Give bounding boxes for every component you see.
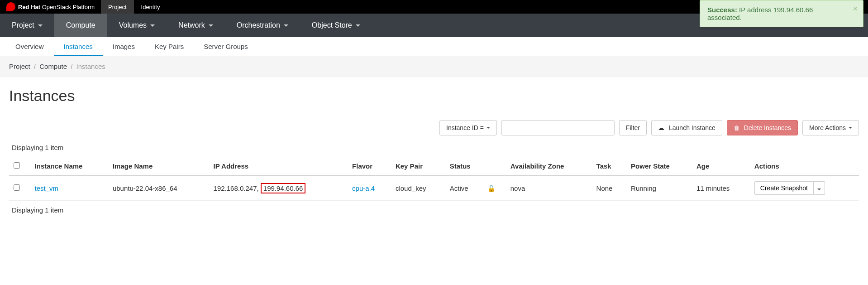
breadcrumb: Project / Compute / Instances bbox=[0, 56, 868, 77]
breadcrumb-sep-icon: / bbox=[34, 63, 36, 70]
cell-key-pair: cloud_key bbox=[391, 176, 445, 201]
col-key-pair: Key Pair bbox=[391, 157, 445, 176]
more-actions-button[interactable]: More Actions bbox=[802, 120, 859, 135]
breadcrumb-instances: Instances bbox=[76, 63, 105, 70]
cell-status: Active bbox=[445, 176, 483, 201]
table-row: test_vm ubuntu-22.04-x86_64 192.168.0.24… bbox=[9, 176, 859, 201]
subnav-instances[interactable]: Instances bbox=[54, 38, 103, 56]
col-power-state: Power State bbox=[626, 157, 692, 176]
cell-task: None bbox=[592, 176, 626, 201]
table-toolbar: Instance ID = Filter Launch Instance Del… bbox=[9, 120, 859, 135]
breadcrumb-sep-icon: / bbox=[71, 63, 72, 70]
displaying-count-bottom: Displaying 1 item bbox=[9, 206, 859, 214]
cell-age: 11 minutes bbox=[692, 176, 750, 201]
top-tab-project[interactable]: Project bbox=[101, 0, 134, 14]
unlock-icon: 🔓 bbox=[487, 185, 495, 192]
nav-orchestration[interactable]: Orchestration bbox=[225, 14, 300, 37]
col-ip-address: IP Address bbox=[209, 157, 348, 176]
col-actions: Actions bbox=[750, 157, 859, 176]
displaying-count-top: Displaying 1 item bbox=[9, 144, 859, 151]
nav-project-label: Project bbox=[12, 21, 34, 29]
success-toast: Success: IP address 199.94.60.66 associa… bbox=[700, 0, 863, 27]
page-title: Instances bbox=[9, 87, 859, 105]
nav-compute-label: Compute bbox=[66, 21, 95, 29]
top-tabs: Project Identity bbox=[101, 0, 167, 14]
close-icon[interactable]: × bbox=[853, 4, 858, 14]
launch-instance-label: Launch Instance bbox=[669, 124, 715, 131]
more-actions-label: More Actions bbox=[809, 124, 846, 131]
breadcrumb-compute[interactable]: Compute bbox=[39, 63, 67, 70]
chevron-down-icon bbox=[38, 24, 43, 27]
filter-field-select[interactable]: Instance ID = bbox=[439, 120, 497, 135]
nav-project[interactable]: Project bbox=[0, 14, 54, 37]
ip-internal: 192.168.0.247, bbox=[214, 184, 259, 192]
delete-instances-label: Delete Instances bbox=[744, 124, 791, 131]
delete-instances-button[interactable]: Delete Instances bbox=[727, 120, 798, 135]
cloud-up-icon bbox=[658, 124, 666, 131]
chevron-down-icon bbox=[209, 24, 213, 27]
cell-availability-zone: nova bbox=[506, 176, 592, 201]
subnav-server-groups[interactable]: Server Groups bbox=[194, 38, 258, 56]
nav-object-store[interactable]: Object Store bbox=[300, 14, 372, 37]
top-tab-identity[interactable]: Identity bbox=[134, 0, 167, 14]
instances-table: Instance Name Image Name IP Address Flav… bbox=[9, 157, 859, 201]
col-flavor: Flavor bbox=[348, 157, 391, 176]
nav-volumes-label: Volumes bbox=[119, 21, 147, 29]
brand: Red Hat OpenStack Platform bbox=[0, 0, 101, 14]
col-image-name: Image Name bbox=[108, 157, 209, 176]
brand-text: Red Hat OpenStack Platform bbox=[18, 4, 95, 10]
col-availability-zone: Availability Zone bbox=[506, 157, 592, 176]
flavor-link[interactable]: cpu-a.4 bbox=[352, 184, 375, 192]
col-instance-name: Instance Name bbox=[30, 157, 108, 176]
nav-orchestration-label: Orchestration bbox=[237, 21, 280, 29]
chevron-down-icon bbox=[849, 127, 852, 129]
col-status: Status bbox=[445, 157, 506, 176]
nav-compute[interactable]: Compute bbox=[54, 14, 107, 37]
launch-instance-button[interactable]: Launch Instance bbox=[651, 120, 722, 135]
chevron-down-icon bbox=[150, 24, 155, 27]
subnav-images[interactable]: Images bbox=[103, 38, 145, 56]
chevron-down-icon bbox=[817, 188, 821, 190]
cell-ip-address: 192.168.0.247, 199.94.60.66 bbox=[209, 176, 348, 201]
redhat-logo-icon bbox=[6, 2, 15, 11]
toast-prefix: Success: bbox=[707, 6, 737, 14]
row-checkbox[interactable] bbox=[14, 184, 20, 191]
chevron-down-icon bbox=[486, 127, 490, 129]
nav-object-store-label: Object Store bbox=[312, 21, 352, 29]
trash-icon bbox=[734, 124, 741, 131]
filter-field-label: Instance ID = bbox=[446, 124, 484, 131]
select-all-checkbox[interactable] bbox=[14, 162, 20, 169]
chevron-down-icon bbox=[356, 24, 360, 27]
nav-volumes[interactable]: Volumes bbox=[107, 14, 167, 37]
nav-network-label: Network bbox=[178, 21, 205, 29]
filter-button[interactable]: Filter bbox=[619, 120, 647, 135]
sub-nav: Overview Instances Images Key Pairs Serv… bbox=[0, 37, 868, 56]
subnav-key-pairs[interactable]: Key Pairs bbox=[145, 38, 194, 56]
row-actions-dropdown[interactable] bbox=[814, 181, 825, 195]
nav-network[interactable]: Network bbox=[167, 14, 225, 37]
subnav-overview[interactable]: Overview bbox=[5, 38, 54, 56]
instance-name-link[interactable]: test_vm bbox=[35, 184, 59, 192]
filter-input[interactable] bbox=[501, 120, 615, 135]
breadcrumb-project[interactable]: Project bbox=[9, 63, 30, 70]
cell-power-state: Running bbox=[626, 176, 692, 201]
create-snapshot-button[interactable]: Create Snapshot bbox=[754, 181, 814, 195]
ip-floating-highlighted: 199.94.60.66 bbox=[261, 183, 306, 193]
col-task: Task bbox=[592, 157, 626, 176]
col-age: Age bbox=[692, 157, 750, 176]
chevron-down-icon bbox=[284, 24, 288, 27]
cell-image-name: ubuntu-22.04-x86_64 bbox=[108, 176, 209, 201]
